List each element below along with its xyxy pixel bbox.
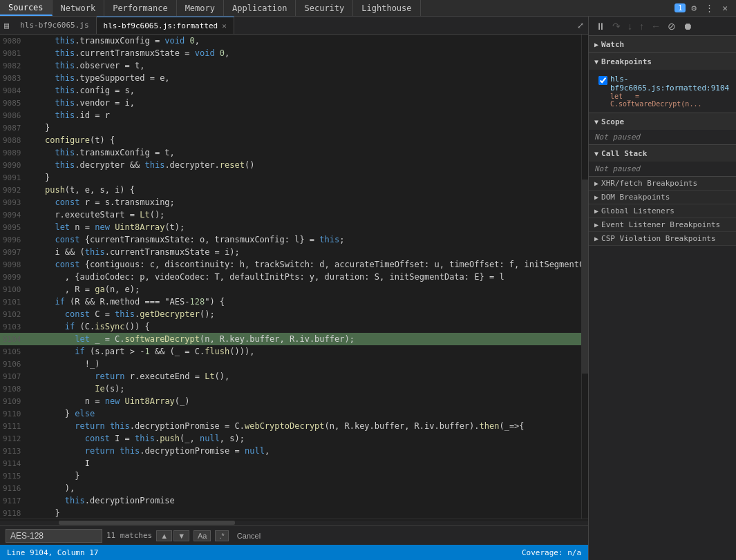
search-next-btn[interactable]: ▼ <box>173 530 189 541</box>
nav-sources[interactable]: Sources <box>0 0 53 16</box>
line-number: 9106 <box>0 358 30 370</box>
line-content: this.vendor = i, <box>30 97 582 109</box>
line-number: 9084 <box>0 84 30 97</box>
breakpoints-section: ▼ Breakpoints hls-bf9c6065.js:formatted:… <box>589 53 736 113</box>
regex-btn[interactable]: .* <box>215 530 228 541</box>
line-content: const C = this.getDecrypter(); <box>30 308 582 320</box>
badge-icon: 1 <box>674 3 686 12</box>
step-into-btn[interactable]: ↓ <box>625 19 635 33</box>
line-content: this.decrypter && this.decrypter.reset() <box>30 159 582 171</box>
line-number: 9081 <box>0 47 30 59</box>
breakpoint-file: hls-bf9c6065.js:formatted:9104 <box>610 75 729 93</box>
line-number: 9089 <box>0 146 30 159</box>
watch-header[interactable]: ▶ Watch <box>589 36 736 52</box>
tab-hls-original[interactable]: hls-bf9c6065.js <box>13 17 96 34</box>
line-number: 9100 <box>0 283 30 296</box>
callstack-header[interactable]: ▼ Call Stack <box>589 145 736 162</box>
line-content: push(t, e, s, i) { <box>30 184 582 196</box>
event-header[interactable]: ▶ Event Listener Breakpoints <box>589 218 736 231</box>
breakpoints-header[interactable]: ▼ Breakpoints <box>589 53 736 70</box>
breakpoint-checkbox[interactable] <box>598 76 607 85</box>
line-content: this.decryptionPromise <box>30 494 582 507</box>
minimap-thumb[interactable] <box>582 180 588 373</box>
tab-label: hls-bf9c6065.js <box>20 21 88 30</box>
step-back-btn[interactable]: ← <box>648 19 663 33</box>
line-number: 9092 <box>0 184 30 196</box>
line-content: configure(t) { <box>30 134 582 146</box>
code-scroll[interactable]: 9080 this.transmuxConfig = void 0,9081 t… <box>0 35 581 519</box>
nav-network[interactable]: Network <box>53 0 105 16</box>
tab-expand-right-icon[interactable]: ⤢ <box>573 21 588 30</box>
deactivate-btn[interactable]: ⊘ <box>665 19 679 33</box>
nav-memory[interactable]: Memory <box>177 0 224 16</box>
search-cancel-btn[interactable]: Cancel <box>233 530 265 541</box>
table-row: 9102 const C = this.getDecrypter(); <box>0 308 581 320</box>
nav-security[interactable]: Security <box>296 0 353 16</box>
csp-header[interactable]: ▶ CSP Violation Breakpoints <box>589 232 736 245</box>
hscrollbar-thumb[interactable] <box>59 521 235 525</box>
event-section: ▶ Event Listener Breakpoints <box>589 218 736 232</box>
debug-toolbar: ⏸ ↷ ↓ ↑ ← ⊘ ⏺ <box>589 17 736 36</box>
hscrollbar[interactable] <box>0 519 588 525</box>
line-content: if (R && R.method === "AES-128") { <box>30 296 582 308</box>
match-case-btn[interactable]: Aa <box>194 530 211 541</box>
search-input[interactable] <box>6 529 102 543</box>
line-content: this.currentTransmuxState = void 0, <box>30 47 582 59</box>
watch-arrow: ▶ <box>594 41 598 48</box>
search-prev-btn[interactable]: ▲ <box>156 530 172 541</box>
line-content: this.observer = t, <box>30 59 582 72</box>
table-row: 9098 const {contiguous: c, discontinuity… <box>0 258 581 271</box>
table-row: 9107 return r.executeEnd = Lt(), <box>0 370 581 383</box>
line-content: } <box>30 470 582 482</box>
settings-icon[interactable]: ⚙ <box>688 1 699 15</box>
line-content: this.id = r <box>30 109 582 122</box>
line-number: 9080 <box>0 35 30 47</box>
line-content: } <box>30 122 582 134</box>
xhr-header[interactable]: ▶ XHR/fetch Breakpoints <box>589 177 736 190</box>
tab-hls-formatted[interactable]: hls-bf9c6065.js:formatted ✕ <box>97 17 234 34</box>
more-icon[interactable]: ⋮ <box>702 1 717 15</box>
line-content: this.typeSupported = e, <box>30 72 582 84</box>
line-number: 9113 <box>0 445 30 457</box>
pause-exception-btn[interactable]: ⏺ <box>680 19 695 33</box>
tab-expand-icon[interactable]: ▤ <box>0 21 13 30</box>
scope-section: ▼ Scope Not paused <box>589 113 736 145</box>
tabs-bar: ▤ hls-bf9c6065.js hls-bf9c6065.js:format… <box>0 17 588 35</box>
table-row: 9088 configure(t) { <box>0 134 581 146</box>
line-content: } else <box>30 407 582 420</box>
table-row: 9118 } <box>0 507 581 519</box>
nav-application[interactable]: Application <box>224 0 296 16</box>
line-number: 9099 <box>0 271 30 283</box>
breakpoint-item: hls-bf9c6065.js:formatted:9104 let _ = C… <box>594 73 730 110</box>
line-number: 9107 <box>0 370 30 383</box>
line-number: 9090 <box>0 159 30 171</box>
line-number: 9115 <box>0 470 30 482</box>
dom-header[interactable]: ▶ DOM Breakpoints <box>589 191 736 204</box>
global-label: Global Listeners <box>601 206 674 215</box>
step-over-btn[interactable]: ↷ <box>610 19 623 33</box>
search-bar: 11 matches ▲ ▼ Aa .* Cancel <box>0 525 588 545</box>
line-number: 9112 <box>0 432 30 445</box>
watch-label: Watch <box>601 40 624 49</box>
line-number: 9095 <box>0 221 30 233</box>
line-number: 9094 <box>0 209 30 221</box>
line-number: 9118 <box>0 507 30 519</box>
line-content: this.config = s, <box>30 84 582 97</box>
global-header[interactable]: ▶ Global Listeners <box>589 204 736 218</box>
scope-header[interactable]: ▼ Scope <box>589 113 736 130</box>
table-row: 9099 , {audioCodec: p, videoCodec: T, de… <box>0 271 581 283</box>
line-number: 9108 <box>0 383 30 395</box>
nav-lighthouse[interactable]: Lighthouse <box>353 0 420 16</box>
global-arrow: ▶ <box>594 207 598 215</box>
line-content: } <box>30 171 582 184</box>
table-row: 9096 const {currentTransmuxState: o, tra… <box>0 233 581 246</box>
step-out-btn[interactable]: ↑ <box>636 19 647 33</box>
pause-btn[interactable]: ⏸ <box>593 19 608 33</box>
breakpoints-label: Breakpoints <box>601 57 652 66</box>
xhr-arrow: ▶ <box>594 180 598 187</box>
close-devtools-icon[interactable]: ✕ <box>719 1 730 15</box>
line-number: 9114 <box>0 457 30 470</box>
nav-performance[interactable]: Performance <box>104 0 176 16</box>
line-number: 9101 <box>0 296 30 308</box>
tab-close-btn[interactable]: ✕ <box>222 21 227 30</box>
